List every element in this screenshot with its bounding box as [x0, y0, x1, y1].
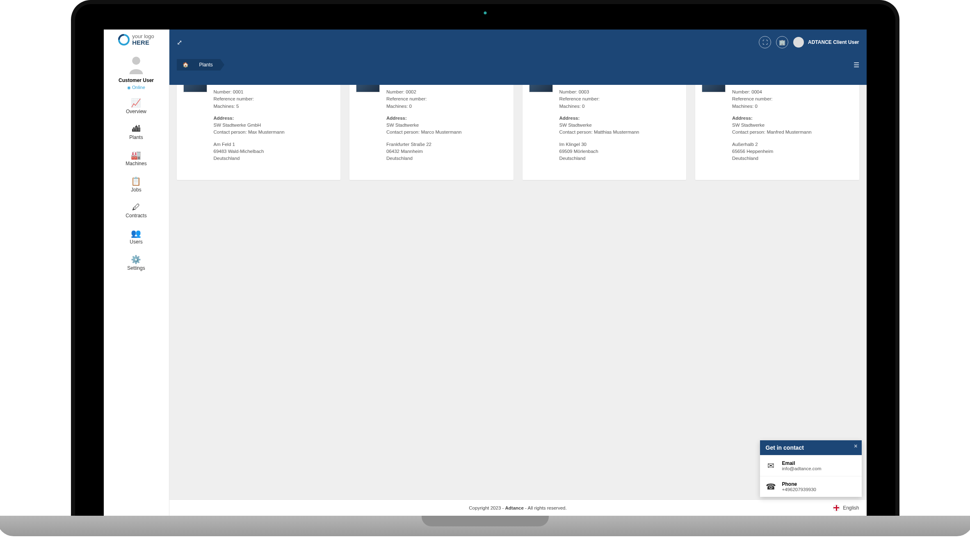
camera-dot [484, 11, 486, 14]
sidebar-item-overview[interactable]: 📈Overview [126, 98, 146, 114]
sidebar-user: Customer User Online [119, 55, 154, 90]
plant-info: Number: 0003Reference number: Machines: … [559, 89, 680, 162]
header-user-name: ADTANCE Client User [808, 39, 859, 45]
breadcrumb: 🏠 Plants [177, 59, 220, 71]
org-button[interactable]: 🏢 [776, 36, 788, 48]
jobs-icon: 📋 [126, 176, 146, 186]
sidebar-nav: 📈Overview🏙Plants🏭Machines📋Jobs🖊Contracts… [126, 98, 146, 271]
footer: Copyright 2023 - Adtance - All rights re… [169, 499, 867, 516]
logo-text: your logo HERE [132, 34, 154, 46]
overview-icon: 📈 [126, 98, 146, 108]
contact-email-label: Email [782, 460, 822, 466]
flag-icon [833, 505, 840, 511]
sidebar-item-plants[interactable]: 🏙Plants [126, 124, 146, 140]
sidebar-item-settings[interactable]: ⚙️Settings [126, 255, 146, 271]
footer-brand: Adtance [505, 505, 524, 510]
sidebar-item-label: Machines [126, 161, 146, 166]
screen: your logo HERE Customer User Online 📈Ove… [104, 30, 867, 516]
plant-thumbnail [356, 85, 380, 92]
contact-panel-header: Get in contact × [760, 440, 862, 455]
contact-phone-row[interactable]: ☎ Phone +496207939930 [760, 476, 862, 497]
plant-thumbnail [702, 85, 726, 92]
header-user[interactable]: ADTANCE Client User [793, 37, 859, 48]
machines-icon: 🏭 [126, 150, 146, 160]
sidebar-item-label: Plants [129, 134, 143, 140]
contact-email-row[interactable]: ✉ Email info@adtance.com [760, 455, 862, 476]
breadcrumb-home[interactable]: 🏠 [177, 59, 196, 71]
sidebar-item-label: Contracts [126, 213, 146, 219]
plant-card[interactable]: Demo Plant 2Number: 0002Reference number… [349, 85, 514, 180]
content-area: Demo Plant 1Number: 0001Reference number… [169, 85, 867, 499]
users-icon: 👥 [126, 228, 146, 238]
plant-card[interactable]: Demo Plant 1Number: 0001Reference number… [177, 85, 341, 180]
header: ⤢ ⛶ 🏢 ADTANCE Client User 🏠 [169, 30, 867, 85]
sidebar-item-users[interactable]: 👥Users [126, 228, 146, 245]
sidebar-item-contracts[interactable]: 🖊Contracts [126, 203, 146, 219]
plant-card[interactable]: Demo Plant 3Number: 0003Reference number… [523, 85, 687, 180]
phone-icon: ☎ [766, 482, 776, 492]
contact-close-button[interactable]: × [854, 443, 857, 449]
language-selector[interactable]: English [833, 505, 859, 511]
sidebar-item-jobs[interactable]: 📋Jobs [126, 176, 146, 193]
laptop-lip [422, 516, 549, 526]
sidebar: your logo HERE Customer User Online 📈Ove… [104, 30, 169, 516]
contact-phone-value: +496207939930 [782, 487, 816, 492]
contracts-icon: 🖊 [126, 203, 146, 212]
user-silhouette-icon [128, 55, 144, 74]
settings-icon: ⚙️ [126, 255, 146, 264]
sidebar-item-machines[interactable]: 🏭Machines [126, 150, 146, 166]
plant-thumbnail [529, 85, 553, 92]
svg-point-1 [132, 57, 140, 65]
breadcrumb-current-label: Plants [199, 62, 213, 68]
contact-panel: Get in contact × ✉ Email info@adtance.co… [760, 440, 862, 497]
logo-line2: HERE [132, 39, 149, 46]
list-view-toggle[interactable]: ☰ [854, 61, 859, 69]
plant-info: Number: 0002Reference number: Machines: … [386, 89, 507, 162]
logo-line1: your logo [132, 34, 154, 39]
footer-post: - All rights reserved. [524, 505, 567, 510]
language-label: English [843, 505, 859, 511]
header-top-row: ⤢ ⛶ 🏢 ADTANCE Client User [169, 30, 867, 55]
sidebar-item-label: Overview [126, 109, 146, 114]
breadcrumb-current[interactable]: Plants [194, 59, 220, 71]
plant-card[interactable]: Demo Plant 4Number: 0004Reference number… [695, 85, 859, 180]
footer-pre: Copyright 2023 - [469, 505, 505, 510]
plants-icon: 🏙 [126, 124, 146, 134]
home-icon: 🏠 [183, 62, 189, 68]
contact-phone-label: Phone [782, 481, 816, 487]
avatar [793, 37, 804, 48]
sidebar-user-name: Customer User [119, 77, 154, 83]
plant-info: Number: 0001Reference number: Machines: … [214, 89, 334, 162]
contact-email-value: info@adtance.com [782, 466, 822, 471]
sidebar-user-status: Online [119, 85, 154, 90]
logo-icon [118, 34, 130, 46]
plant-info: Number: 0004Reference number: Machines: … [732, 89, 853, 162]
fullscreen-button[interactable]: ⛶ [759, 36, 771, 48]
plant-card-grid: Demo Plant 1Number: 0001Reference number… [177, 92, 859, 180]
sidebar-item-label: Settings [127, 265, 145, 271]
email-icon: ✉ [766, 461, 776, 471]
logo: your logo HERE [114, 30, 158, 47]
collapse-icon[interactable]: ⤢ [177, 39, 182, 46]
sidebar-item-label: Users [130, 239, 142, 245]
header-breadcrumb-row: 🏠 Plants ☰ [169, 55, 867, 75]
sidebar-item-label: Jobs [131, 187, 141, 193]
plant-thumbnail [183, 85, 207, 92]
laptop-frame: your logo HERE Customer User Online 📈Ove… [71, 0, 899, 516]
contact-panel-title: Get in contact [766, 444, 804, 451]
